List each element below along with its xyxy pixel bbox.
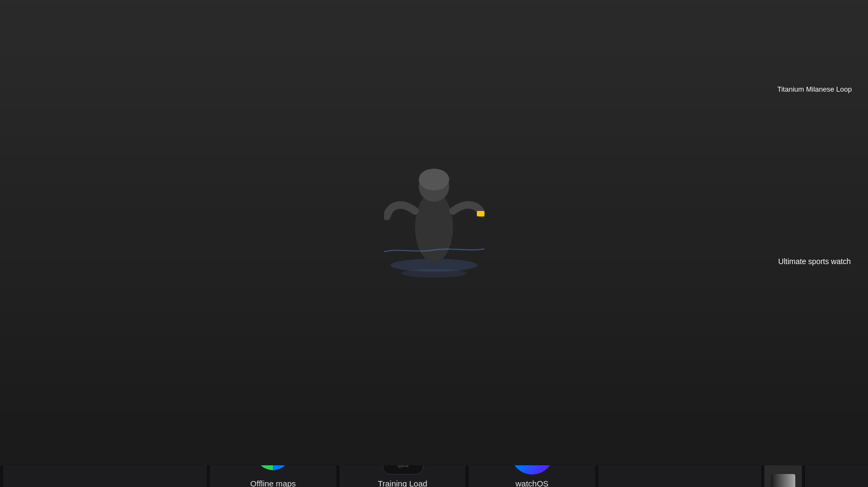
watchos-label: watchOS (515, 479, 548, 487)
swimmer-image (764, 104, 865, 273)
brightness-bar (771, 474, 795, 487)
maps-label: Offline maps (250, 479, 296, 487)
ultimate-label: Ultimate sports watch (778, 257, 851, 266)
milanese-label: Titanium Milanese Loop (777, 85, 852, 93)
page-container: Grade 5 BlackTitanium (0, 0, 868, 487)
training-label: Training Load (378, 479, 427, 487)
right-column: Titanium Milanese Loop (764, 3, 865, 487)
ultimate-sports-cell: Ultimate sports watch (764, 104, 865, 273)
